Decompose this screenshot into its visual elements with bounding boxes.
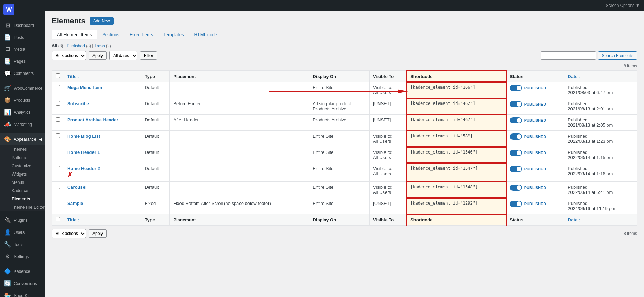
title-sort-link[interactable]: Title ↕ [67,74,80,79]
toggle-switch[interactable] [510,85,522,91]
tab-all-element-items[interactable]: All Element Items [52,30,97,39]
status-toggle[interactable]: PUBLISHED [510,201,546,207]
row-title-link[interactable]: Home Header 1 [67,150,100,155]
sidebar-item-kadence-appearance[interactable]: Kadence [4,187,45,195]
filter-published-link[interactable]: Published [67,43,85,48]
row-title-link[interactable]: Carousel [67,185,87,190]
tab-fixed-items[interactable]: Fixed Items [125,30,158,39]
row-checkbox[interactable] [56,133,60,138]
products-icon: 📦 [4,97,11,103]
filter-links: All (8) | Published (8) | Trash (2) [52,43,637,48]
row-title-link[interactable]: Home Header 2 [67,166,100,171]
sidebar-item-appearance[interactable]: 🎨 Appearance ◀ [0,133,45,145]
filter-button[interactable]: Filter [140,51,157,60]
toggle-switch[interactable] [510,201,522,207]
sidebar-item-pages[interactable]: 📑 Pages [0,55,45,67]
sidebar-item-users[interactable]: 👤 Users [0,226,45,238]
select-all-footer-checkbox[interactable] [56,217,60,221]
sidebar-item-menus[interactable]: Menus [4,178,45,187]
row-checkbox[interactable] [56,117,60,122]
sidebar-item-dashboard[interactable]: ⊞ Dashboard [0,19,45,31]
status-toggle[interactable]: PUBLISHED [510,166,546,172]
kadence-appearance-label: Kadence [12,188,28,193]
sidebar-item-patterns[interactable]: Patterns [4,154,45,162]
apply-button-bottom[interactable]: Apply [89,229,107,238]
date-sort-link[interactable]: Date ↕ [568,74,581,79]
bulk-actions-select-bottom[interactable]: Bulk actions [52,229,86,238]
date-filter-select[interactable]: All dates [109,51,137,60]
status-toggle[interactable]: PUBLISHED [510,150,546,156]
row-placement-cell [170,147,309,163]
woocommerce-icon: 🛒 [4,85,11,91]
row-shortcode-cell: [kadence_element id="1548"] [407,182,506,198]
bulk-actions-select[interactable]: Bulk actions [52,51,86,60]
status-toggle[interactable]: PUBLISHED [510,117,546,123]
conversions-icon: 🔄 [4,280,11,287]
tab-sections[interactable]: Sections [97,30,125,39]
status-toggle[interactable]: PUBLISHED [510,185,546,191]
sidebar-item-kadence[interactable]: 🔷 Kadence [0,265,45,277]
sidebar-item-themes[interactable]: Themes [4,145,45,154]
apply-button[interactable]: Apply [89,51,107,60]
sidebar-item-products[interactable]: 📦 Products [0,94,45,106]
toggle-switch[interactable] [510,117,522,123]
screen-options-button[interactable]: Screen Options ▼ [606,3,640,8]
row-checkbox[interactable] [56,166,60,170]
header-status: Status [506,71,564,82]
add-new-button[interactable]: Add New [90,17,114,25]
row-checkbox-cell [52,147,64,163]
sidebar-item-theme-file-editor[interactable]: Theme File Editor [4,203,45,211]
sidebar-item-shopkit[interactable]: 🏪 Shop Kit [0,289,45,297]
toggle-switch[interactable] [510,133,522,140]
row-title-link[interactable]: Subscribe [67,101,89,106]
wp-logo-icon: W [3,4,14,15]
toggle-switch[interactable] [510,185,522,191]
select-all-checkbox[interactable] [56,73,60,78]
toggle-switch[interactable] [510,101,522,107]
tab-html-code[interactable]: HTML code [189,30,222,39]
row-checkbox[interactable] [56,85,60,89]
table-row: Mega Menu Item Default Entire Site Visib… [52,82,637,98]
row-checkbox[interactable] [56,201,60,205]
filter-trash-link[interactable]: Trash [94,43,105,48]
sidebar-item-analytics[interactable]: 📊 Analytics [0,106,45,118]
sidebar-item-comments[interactable]: 💬 Comments [0,67,45,79]
sidebar-item-tools[interactable]: 🔧 Tools [0,238,45,250]
row-checkbox[interactable] [56,185,60,189]
sidebar-item-widgets[interactable]: Widgets [4,170,45,178]
row-checkbox[interactable] [56,150,60,154]
row-date-cell: Published2022/03/14 at 1:16 pm [564,163,637,182]
sidebar-item-posts[interactable]: 📄 Posts [0,31,45,43]
row-title-link[interactable]: Sample [67,201,83,206]
footer-title[interactable]: Title ↕ [64,214,141,226]
sidebar-item-customize[interactable]: Customize [4,162,45,170]
top-toolbar: Bulk actions Apply All dates Filter Sear… [52,51,637,60]
footer-date[interactable]: Date ↕ [564,214,637,226]
sidebar-item-label: Posts [14,35,24,40]
row-title-link[interactable]: Home Blog List [67,133,100,139]
row-placement-cell: After Header [170,115,309,131]
row-title-link[interactable]: Mega Menu Item [67,85,102,90]
sidebar-item-marketing[interactable]: 📣 Marketing [0,118,45,130]
status-toggle[interactable]: PUBLISHED [510,85,546,91]
sidebar-item-media[interactable]: 🖼 Media [0,43,45,55]
header-date[interactable]: Date ↕ [564,71,637,82]
sidebar: W ⊞ Dashboard 📄 Posts 🖼 Media 📑 Pages 💬 … [0,0,45,297]
header-title[interactable]: Title ↕ [64,71,141,82]
toggle-switch[interactable] [510,150,522,156]
status-toggle[interactable]: PUBLISHED [510,101,546,107]
sidebar-item-elements[interactable]: Elements [4,195,45,203]
sidebar-item-settings[interactable]: ⚙ Settings [0,250,45,263]
sidebar-item-conversions[interactable]: 🔄 Conversions [0,277,45,289]
toggle-switch[interactable] [510,166,522,172]
tab-label: HTML code [194,32,217,37]
status-toggle[interactable]: PUBLISHED [510,133,546,140]
search-button[interactable]: Search Elements [598,51,637,60]
page-header: Elements Add New [52,17,637,26]
row-title-link[interactable]: Product Archive Header [67,117,118,122]
row-checkbox[interactable] [56,101,60,106]
tab-templates[interactable]: Templates [158,30,189,39]
sidebar-item-woocommerce[interactable]: 🛒 WooCommerce [0,82,45,94]
search-input[interactable] [541,51,596,60]
sidebar-item-plugins[interactable]: 🔌 Plugins [0,214,45,226]
